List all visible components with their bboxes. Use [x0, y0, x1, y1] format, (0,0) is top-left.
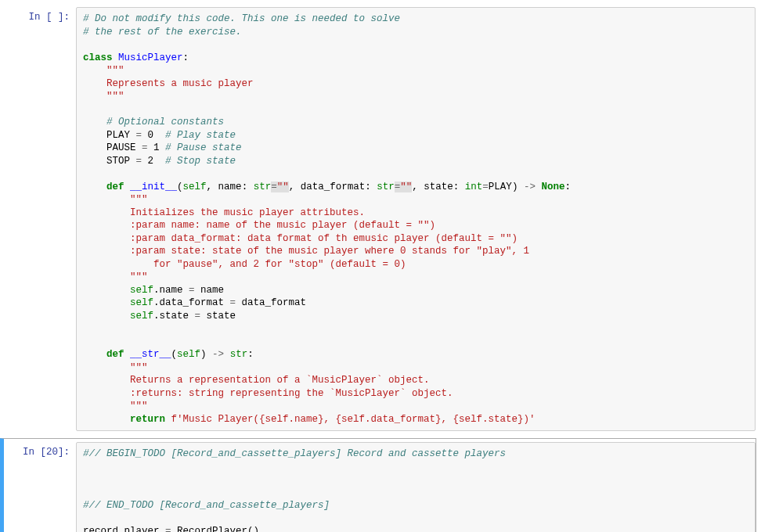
kw-return: return	[130, 414, 165, 425]
num: 1	[153, 142, 160, 153]
op: =	[142, 142, 148, 153]
op: =	[482, 182, 489, 192]
self: self	[130, 297, 153, 308]
punct: :	[564, 182, 571, 192]
docstring-quote: """	[130, 401, 148, 412]
punct: :	[365, 182, 377, 192]
type: str	[254, 182, 272, 192]
docstring-quote: """	[130, 271, 148, 282]
comment: # Do not modify this code. This one is n…	[83, 13, 400, 24]
id: PLAY	[106, 130, 130, 141]
op: =	[136, 156, 142, 167]
docstring: :returns: string representing the `Music…	[130, 388, 453, 399]
default: =""	[271, 182, 289, 192]
num: 2	[148, 156, 154, 167]
arrow: ->	[518, 182, 541, 192]
docstring-quote: """	[106, 91, 124, 102]
code-editor[interactable]: # Do not modify this code. This one is n…	[76, 7, 756, 431]
arrow: ->	[207, 349, 230, 360]
docstring: Initializes the music player attributes.	[130, 207, 365, 218]
param: name	[218, 182, 242, 192]
punct: )	[200, 349, 207, 360]
docstring: :param data_format: data format of th em…	[130, 233, 518, 244]
punct: (	[171, 349, 178, 360]
docstring-quote: """	[130, 194, 148, 205]
docstring: Represents a music player	[106, 78, 254, 89]
kw-def: def	[106, 349, 124, 360]
docstring: for "pause", and 2 for "stop" (default =…	[130, 259, 406, 270]
code-line: record_player	[83, 526, 165, 532]
comment: # Pause state	[165, 142, 242, 153]
num: 0	[148, 130, 154, 141]
type: int	[465, 182, 483, 192]
comment: # Play state	[165, 130, 236, 141]
id: STOP	[106, 156, 130, 167]
code-cell-1[interactable]: In [ ]: # Do not modify this code. This …	[0, 3, 756, 435]
self: self	[130, 311, 153, 322]
docstring: Returns a representation of a `MusicPlay…	[130, 375, 430, 386]
punct: (	[177, 182, 183, 192]
kw-class: class	[83, 52, 113, 63]
comment: # Optional constants	[106, 117, 224, 128]
id: PAUSE	[106, 142, 136, 153]
param: data_format	[301, 182, 366, 192]
type: str	[377, 182, 395, 192]
punct: ,	[207, 182, 218, 192]
op: =	[136, 130, 142, 141]
punct: :	[183, 52, 189, 63]
type: str	[230, 349, 248, 360]
fn-name: __init__	[130, 182, 177, 192]
notebook-container: In [ ]: # Do not modify this code. This …	[0, 0, 761, 532]
input-prompt: In [ ]:	[4, 7, 76, 431]
self: self	[177, 349, 200, 360]
docstring: :param state: state of the music player …	[130, 246, 529, 257]
fn-name: __str__	[130, 349, 171, 360]
default: =""	[395, 182, 413, 192]
code-editor[interactable]: #// BEGIN_TODO [Record_and_cassette_play…	[76, 442, 756, 532]
input-prompt: In [20]:	[4, 442, 76, 532]
class-name: MusicPlayer	[118, 52, 183, 63]
comment: #// BEGIN_TODO [Record_and_cassette_play…	[83, 448, 506, 459]
param: state	[424, 182, 453, 192]
comment: # the rest of the exercise.	[83, 27, 242, 38]
punct: :	[453, 182, 465, 192]
type: None	[541, 182, 564, 192]
punct: :	[242, 182, 254, 192]
code-cell-2[interactable]: In [20]: #// BEGIN_TODO [Record_and_cass…	[0, 438, 756, 532]
docstring-quote: """	[130, 362, 148, 373]
comment: #// END_TODO [Record_and_cassette_player…	[83, 500, 330, 511]
punct: ,	[289, 182, 301, 192]
kw-def: def	[106, 182, 124, 192]
docstring-quote: """	[106, 65, 124, 76]
id: PLAY	[489, 182, 512, 192]
self: self	[183, 182, 207, 192]
docstring: :param name: name of the music player (d…	[130, 220, 435, 231]
self: self	[130, 285, 153, 296]
punct: :	[247, 349, 254, 360]
comment: # Stop state	[165, 156, 236, 167]
fstring: f'Music Player({self.name}, {self.data_f…	[171, 414, 536, 425]
punct: ,	[412, 182, 424, 192]
